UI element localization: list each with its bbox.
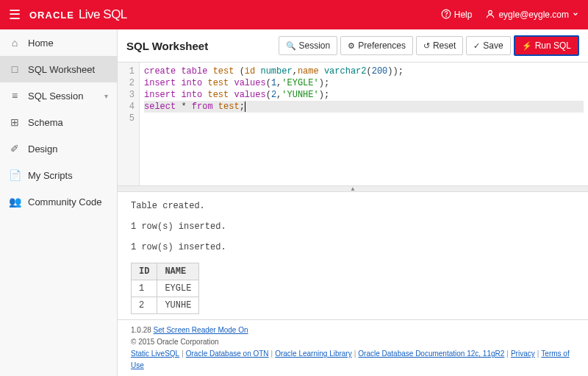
sidebar-item-my-scripts[interactable]: 📄 My Scripts [0,162,117,188]
sidebar-item-sql-session[interactable]: ≡ SQL Session ▾ [0,82,117,109]
schema-icon: ⊞ [9,116,21,128]
preferences-button[interactable]: ⚙ Preferences [340,36,413,55]
chevron-down-icon: ▾ [104,92,108,100]
sidebar-item-home[interactable]: ⌂ Home [0,29,117,56]
sidebar-item-community-code[interactable]: 👥 Community Code [0,188,117,215]
scripts-icon: 📄 [9,169,21,181]
version-label: 1.0.28 [131,326,151,334]
svg-point-2 [489,10,492,14]
worksheet-toolbar: SQL Worksheet 🔍 Session ⚙ Preferences ↺ … [118,29,588,63]
app-header: ☰ ORACLE Live SQL Help eygle@eygle.com [0,0,588,29]
app-logo: ORACLE Live SQL [29,7,127,22]
editor-code[interactable]: create table test (id number,name varcha… [140,63,588,185]
code-line[interactable]: insert into test values(2,'YUNHE'); [144,89,584,101]
screen-reader-link[interactable]: Set Screen Reader Mode On [154,326,248,334]
sidebar-item-label: SQL Worksheet [28,64,95,75]
sidebar-item-label: My Scripts [28,170,73,181]
user-label: eygle@eygle.com [498,10,569,20]
splitter-handle[interactable]: ▲ [118,186,588,192]
sidebar-item-schema[interactable]: ⊞ Schema [0,109,117,135]
run-sql-button[interactable]: ⚡ Run SQL [514,35,579,56]
footer-links: Static LiveSQL|Oracle Database on OTN|Or… [131,348,575,372]
result-message: 1 row(s) inserted. [131,221,575,232]
sidebar-item-label: Community Code [28,196,101,207]
user-menu[interactable]: eygle@eygle.com [485,9,579,21]
sidebar-item-label: Design [28,143,57,155]
design-icon: ✐ [9,143,21,155]
code-line[interactable]: select * from test; [144,101,584,113]
reset-icon: ↺ [423,41,430,51]
help-link[interactable]: Help [441,9,473,21]
result-message: 1 row(s) inserted. [131,242,575,252]
results-panel: Table created. 1 row(s) inserted. 1 row(… [118,192,588,319]
table-row: 1EYGLE [132,280,199,297]
footer-link[interactable]: Oracle Database on OTN [186,350,269,358]
session-button[interactable]: 🔍 Session [279,36,338,55]
save-button[interactable]: ✓ Save [466,36,510,55]
table-cell: EYGLE [157,280,199,297]
result-table: IDNAME1EYGLE2YUNHE [131,263,199,314]
footer: 1.0.28 Set Screen Reader Mode On © 2015 … [118,319,588,376]
sql-editor[interactable]: 12345 create table test (id number,name … [118,63,588,186]
sidebar-item-label: Schema [28,117,63,128]
chevron-down-icon [572,10,579,20]
table-cell: YUNHE [157,297,199,314]
editor-gutter: 12345 [118,63,140,185]
logo-brand: ORACLE [29,10,74,21]
community-icon: 👥 [9,196,21,207]
footer-link[interactable]: Privacy [511,350,535,358]
table-cell: 1 [132,280,157,297]
footer-link[interactable]: Oracle Database Documentation 12c, 11gR2 [358,350,504,358]
footer-link[interactable]: Oracle Learning Library [275,350,352,358]
sidebar-item-label: Home [28,38,54,49]
help-icon [441,9,451,21]
check-icon: ✓ [473,41,480,51]
svg-point-1 [445,15,446,16]
gear-icon: ⚙ [348,41,355,51]
worksheet-icon: □ [9,63,21,75]
reset-button[interactable]: ↺ Reset [416,36,463,55]
sidebar-item-sql-worksheet[interactable]: □ SQL Worksheet [0,56,117,82]
home-icon: ⌂ [9,37,21,49]
column-header: NAME [157,263,199,280]
search-icon: 🔍 [286,41,296,51]
sidebar-item-label: SQL Session [28,91,83,102]
footer-link[interactable]: Static LiveSQL [131,350,179,358]
hamburger-icon[interactable]: ☰ [9,7,21,23]
copyright-label: © 2015 Oracle Corporation [131,336,575,348]
sidebar: ⌂ Home □ SQL Worksheet ≡ SQL Session ▾ ⊞… [0,29,118,376]
page-title: SQL Worksheet [126,40,208,52]
session-icon: ≡ [9,90,21,102]
table-row: 2YUNHE [132,297,199,314]
bolt-icon: ⚡ [522,41,532,51]
user-icon [485,9,495,21]
table-cell: 2 [132,297,157,314]
main-content: SQL Worksheet 🔍 Session ⚙ Preferences ↺ … [118,29,588,376]
code-line[interactable]: insert into test values(1,'EYGLE'); [144,77,584,89]
sidebar-item-design[interactable]: ✐ Design [0,135,117,162]
result-message: Table created. [131,201,575,211]
help-label: Help [454,10,473,20]
logo-product: Live SQL [79,7,127,22]
column-header: ID [132,263,157,280]
code-line[interactable]: create table test (id number,name varcha… [144,65,584,77]
